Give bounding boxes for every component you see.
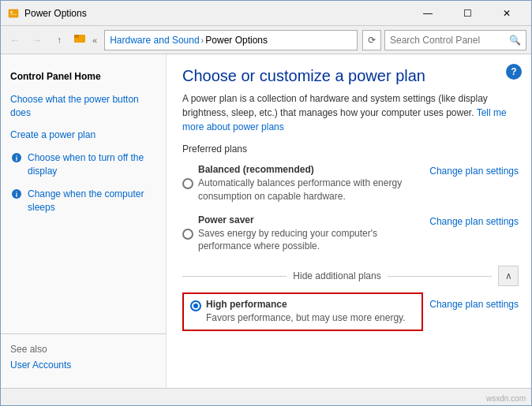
address-bar: ← → ↑ « Hardware and Sound › Power Optio… [1,26,531,54]
sidebar: Control Panel Home Choose what the power… [1,54,167,388]
help-button[interactable]: ? [506,64,522,80]
breadcrumb-part2: Power Options [205,35,268,46]
address-path[interactable]: Hardware and Sound › Power Options [104,30,358,50]
hide-additional-toggle[interactable]: ∧ [498,266,519,286]
search-input[interactable] [390,35,509,46]
high-perf-box: High performance Favors performance, but… [182,292,423,331]
sleep-icon: i [10,188,23,200]
svg-rect-0 [9,9,18,17]
window-icon [7,7,20,20]
balanced-plan-desc: Automatically balances performance with … [198,177,423,203]
svg-rect-4 [74,35,79,38]
power-saver-plan-desc: Saves energy by reducing your computer's… [198,227,423,254]
hide-additional-label: Hide additional plans [293,270,380,281]
main-panel: ? Choose or customize a power plan A pow… [167,54,531,388]
divider-line-right [388,276,492,277]
divider-line-left [182,276,287,277]
sidebar-home[interactable]: Control Panel Home [1,65,166,88]
high-perf-radio[interactable] [190,300,201,311]
additional-plans-divider: Hide additional plans ∧ [182,266,519,286]
see-also-section: See also User Accounts [1,333,166,380]
sidebar-item-power-button-label: Choose what the power button does [10,93,156,120]
high-perf-plan-info: High performance Favors performance, but… [206,299,415,325]
power-saver-plan-info: Power saver Saves energy by reducing you… [198,214,423,254]
title-bar-text: Power Options [24,8,410,19]
status-bar [1,388,531,405]
sidebar-home-label: Control Panel Home [10,70,101,84]
user-accounts-link[interactable]: User Accounts [10,359,156,371]
svg-text:i: i [16,191,18,199]
power-saver-radio-area: Power saver Saves energy by reducing you… [182,214,423,254]
svg-rect-2 [10,14,17,15]
breadcrumb-sep1: › [201,35,204,45]
title-bar: Power Options — ☐ ✕ [1,1,531,26]
high-perf-plan-desc: Favors performance, but may use more ene… [206,311,415,325]
balanced-plan-item: Balanced (recommended) Automatically bal… [182,161,519,207]
balanced-plan-name: Balanced (recommended) [198,164,423,175]
svg-rect-1 [10,11,13,13]
display-icon: i [10,151,23,164]
balanced-plan-info: Balanced (recommended) Automatically bal… [198,164,423,203]
power-saver-plan-name: Power saver [198,214,423,225]
close-button[interactable]: ✕ [489,5,525,22]
power-saver-change-link[interactable]: Change plan settings [429,214,519,227]
main-description-text: A power plan is a collection of hardware… [182,93,488,118]
window: Power Options — ☐ ✕ ← → ↑ « Hardware and… [0,0,532,406]
main-description: A power plan is a collection of hardware… [182,91,519,134]
balanced-change-link[interactable]: Change plan settings [429,164,519,177]
see-also-title: See also [10,344,156,355]
watermark: wsxdn.com [486,394,526,403]
breadcrumb-icon [73,32,86,47]
back-button[interactable]: ← [6,31,24,50]
maximize-button[interactable]: ☐ [449,5,485,22]
refresh-button[interactable]: ⟳ [362,30,381,50]
sidebar-item-sleep[interactable]: i Change when the computer sleeps [1,183,166,219]
breadcrumb-sep0: « [92,35,99,45]
balanced-radio[interactable] [182,178,193,189]
search-icon: 🔍 [509,35,521,46]
preferred-plans-label: Preferred plans [182,143,519,155]
title-bar-controls: — ☐ ✕ [410,5,525,22]
sidebar-item-sleep-label: Change when the computer sleeps [28,188,156,214]
high-perf-plan-name: High performance [206,299,415,310]
forward-button[interactable]: → [28,31,47,50]
sidebar-item-create-plan-label: Create a power plan [10,129,96,142]
high-perf-row: High performance Favors performance, but… [182,292,519,334]
content-area: Control Panel Home Choose what the power… [1,54,531,388]
main-title: Choose or customize a power plan [182,67,519,85]
high-perf-change-link[interactable]: Change plan settings [429,297,519,310]
search-box[interactable]: 🔍 [384,30,526,50]
sidebar-item-display-label: Choose when to turn off the display [28,151,156,178]
minimize-button[interactable]: — [410,5,446,22]
sidebar-item-display[interactable]: i Choose when to turn off the display [1,147,166,183]
breadcrumb-part1[interactable]: Hardware and Sound [110,35,199,46]
power-saver-radio[interactable] [182,229,193,240]
up-button[interactable]: ↑ [50,31,69,50]
power-saver-plan-item: Power saver Saves energy by reducing you… [182,211,519,257]
sidebar-item-create-plan[interactable]: Create a power plan [1,124,166,147]
svg-text:i: i [16,155,18,162]
sidebar-item-power-button[interactable]: Choose what the power button does [1,88,166,125]
balanced-plan-radio-area: Balanced (recommended) Automatically bal… [182,164,423,203]
